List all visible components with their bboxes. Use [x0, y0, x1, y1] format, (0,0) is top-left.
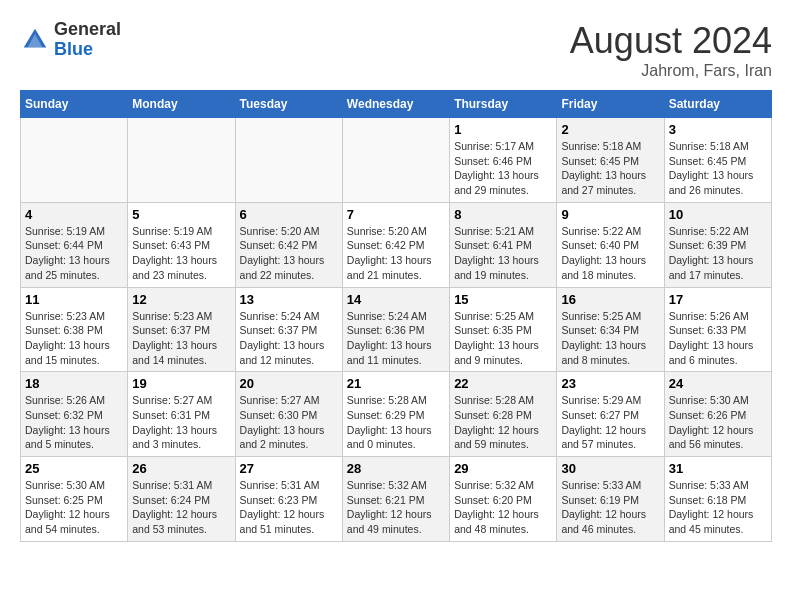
calendar-cell: 17Sunrise: 5:26 AM Sunset: 6:33 PM Dayli…	[664, 287, 771, 372]
calendar-cell: 12Sunrise: 5:23 AM Sunset: 6:37 PM Dayli…	[128, 287, 235, 372]
day-number: 6	[240, 207, 338, 222]
day-info: Sunrise: 5:18 AM Sunset: 6:45 PM Dayligh…	[561, 139, 659, 198]
day-info: Sunrise: 5:27 AM Sunset: 6:31 PM Dayligh…	[132, 393, 230, 452]
logo-blue: Blue	[54, 40, 121, 60]
calendar-week-row: 18Sunrise: 5:26 AM Sunset: 6:32 PM Dayli…	[21, 372, 772, 457]
day-number: 22	[454, 376, 552, 391]
calendar-cell: 22Sunrise: 5:28 AM Sunset: 6:28 PM Dayli…	[450, 372, 557, 457]
day-number: 30	[561, 461, 659, 476]
day-number: 28	[347, 461, 445, 476]
day-number: 11	[25, 292, 123, 307]
day-info: Sunrise: 5:19 AM Sunset: 6:43 PM Dayligh…	[132, 224, 230, 283]
weekday-header: Wednesday	[342, 91, 449, 118]
day-info: Sunrise: 5:28 AM Sunset: 6:29 PM Dayligh…	[347, 393, 445, 452]
day-number: 5	[132, 207, 230, 222]
day-number: 12	[132, 292, 230, 307]
calendar-week-row: 11Sunrise: 5:23 AM Sunset: 6:38 PM Dayli…	[21, 287, 772, 372]
day-number: 4	[25, 207, 123, 222]
calendar-cell	[342, 118, 449, 203]
calendar-cell: 14Sunrise: 5:24 AM Sunset: 6:36 PM Dayli…	[342, 287, 449, 372]
logo: General Blue	[20, 20, 121, 60]
day-number: 3	[669, 122, 767, 137]
month-year: August 2024	[570, 20, 772, 62]
calendar-cell: 18Sunrise: 5:26 AM Sunset: 6:32 PM Dayli…	[21, 372, 128, 457]
day-info: Sunrise: 5:29 AM Sunset: 6:27 PM Dayligh…	[561, 393, 659, 452]
calendar-week-row: 4Sunrise: 5:19 AM Sunset: 6:44 PM Daylig…	[21, 202, 772, 287]
calendar-cell: 8Sunrise: 5:21 AM Sunset: 6:41 PM Daylig…	[450, 202, 557, 287]
calendar-cell: 30Sunrise: 5:33 AM Sunset: 6:19 PM Dayli…	[557, 457, 664, 542]
day-info: Sunrise: 5:21 AM Sunset: 6:41 PM Dayligh…	[454, 224, 552, 283]
page-header: General Blue August 2024 Jahrom, Fars, I…	[20, 20, 772, 80]
calendar-cell: 11Sunrise: 5:23 AM Sunset: 6:38 PM Dayli…	[21, 287, 128, 372]
day-number: 16	[561, 292, 659, 307]
day-info: Sunrise: 5:26 AM Sunset: 6:33 PM Dayligh…	[669, 309, 767, 368]
day-info: Sunrise: 5:30 AM Sunset: 6:25 PM Dayligh…	[25, 478, 123, 537]
calendar-cell: 6Sunrise: 5:20 AM Sunset: 6:42 PM Daylig…	[235, 202, 342, 287]
weekday-header: Tuesday	[235, 91, 342, 118]
day-number: 24	[669, 376, 767, 391]
day-number: 9	[561, 207, 659, 222]
day-info: Sunrise: 5:32 AM Sunset: 6:21 PM Dayligh…	[347, 478, 445, 537]
day-number: 20	[240, 376, 338, 391]
weekday-header: Thursday	[450, 91, 557, 118]
day-info: Sunrise: 5:31 AM Sunset: 6:24 PM Dayligh…	[132, 478, 230, 537]
calendar-cell: 24Sunrise: 5:30 AM Sunset: 6:26 PM Dayli…	[664, 372, 771, 457]
day-info: Sunrise: 5:22 AM Sunset: 6:40 PM Dayligh…	[561, 224, 659, 283]
day-number: 18	[25, 376, 123, 391]
day-info: Sunrise: 5:19 AM Sunset: 6:44 PM Dayligh…	[25, 224, 123, 283]
day-number: 21	[347, 376, 445, 391]
calendar-cell: 7Sunrise: 5:20 AM Sunset: 6:42 PM Daylig…	[342, 202, 449, 287]
calendar-cell: 27Sunrise: 5:31 AM Sunset: 6:23 PM Dayli…	[235, 457, 342, 542]
weekday-header: Friday	[557, 91, 664, 118]
day-info: Sunrise: 5:17 AM Sunset: 6:46 PM Dayligh…	[454, 139, 552, 198]
calendar-cell: 19Sunrise: 5:27 AM Sunset: 6:31 PM Dayli…	[128, 372, 235, 457]
day-number: 10	[669, 207, 767, 222]
day-info: Sunrise: 5:33 AM Sunset: 6:18 PM Dayligh…	[669, 478, 767, 537]
title-area: August 2024 Jahrom, Fars, Iran	[570, 20, 772, 80]
weekday-header-row: SundayMondayTuesdayWednesdayThursdayFrid…	[21, 91, 772, 118]
day-info: Sunrise: 5:25 AM Sunset: 6:34 PM Dayligh…	[561, 309, 659, 368]
location: Jahrom, Fars, Iran	[570, 62, 772, 80]
day-info: Sunrise: 5:20 AM Sunset: 6:42 PM Dayligh…	[347, 224, 445, 283]
day-info: Sunrise: 5:26 AM Sunset: 6:32 PM Dayligh…	[25, 393, 123, 452]
day-number: 1	[454, 122, 552, 137]
day-info: Sunrise: 5:22 AM Sunset: 6:39 PM Dayligh…	[669, 224, 767, 283]
day-info: Sunrise: 5:20 AM Sunset: 6:42 PM Dayligh…	[240, 224, 338, 283]
calendar-cell	[128, 118, 235, 203]
day-info: Sunrise: 5:31 AM Sunset: 6:23 PM Dayligh…	[240, 478, 338, 537]
logo-icon	[20, 25, 50, 55]
calendar-cell: 1Sunrise: 5:17 AM Sunset: 6:46 PM Daylig…	[450, 118, 557, 203]
calendar-cell: 9Sunrise: 5:22 AM Sunset: 6:40 PM Daylig…	[557, 202, 664, 287]
day-info: Sunrise: 5:33 AM Sunset: 6:19 PM Dayligh…	[561, 478, 659, 537]
calendar-cell: 4Sunrise: 5:19 AM Sunset: 6:44 PM Daylig…	[21, 202, 128, 287]
day-info: Sunrise: 5:24 AM Sunset: 6:36 PM Dayligh…	[347, 309, 445, 368]
day-info: Sunrise: 5:18 AM Sunset: 6:45 PM Dayligh…	[669, 139, 767, 198]
calendar-cell	[21, 118, 128, 203]
day-info: Sunrise: 5:30 AM Sunset: 6:26 PM Dayligh…	[669, 393, 767, 452]
calendar-cell	[235, 118, 342, 203]
day-number: 23	[561, 376, 659, 391]
day-info: Sunrise: 5:23 AM Sunset: 6:37 PM Dayligh…	[132, 309, 230, 368]
calendar-cell: 15Sunrise: 5:25 AM Sunset: 6:35 PM Dayli…	[450, 287, 557, 372]
calendar-cell: 20Sunrise: 5:27 AM Sunset: 6:30 PM Dayli…	[235, 372, 342, 457]
calendar-week-row: 25Sunrise: 5:30 AM Sunset: 6:25 PM Dayli…	[21, 457, 772, 542]
calendar-cell: 2Sunrise: 5:18 AM Sunset: 6:45 PM Daylig…	[557, 118, 664, 203]
calendar-cell: 26Sunrise: 5:31 AM Sunset: 6:24 PM Dayli…	[128, 457, 235, 542]
day-number: 27	[240, 461, 338, 476]
logo-text: General Blue	[54, 20, 121, 60]
day-number: 2	[561, 122, 659, 137]
day-number: 26	[132, 461, 230, 476]
day-info: Sunrise: 5:32 AM Sunset: 6:20 PM Dayligh…	[454, 478, 552, 537]
weekday-header: Saturday	[664, 91, 771, 118]
calendar-table: SundayMondayTuesdayWednesdayThursdayFrid…	[20, 90, 772, 542]
day-number: 15	[454, 292, 552, 307]
weekday-header: Sunday	[21, 91, 128, 118]
day-info: Sunrise: 5:27 AM Sunset: 6:30 PM Dayligh…	[240, 393, 338, 452]
day-info: Sunrise: 5:24 AM Sunset: 6:37 PM Dayligh…	[240, 309, 338, 368]
day-info: Sunrise: 5:23 AM Sunset: 6:38 PM Dayligh…	[25, 309, 123, 368]
day-number: 8	[454, 207, 552, 222]
weekday-header: Monday	[128, 91, 235, 118]
calendar-cell: 25Sunrise: 5:30 AM Sunset: 6:25 PM Dayli…	[21, 457, 128, 542]
day-info: Sunrise: 5:25 AM Sunset: 6:35 PM Dayligh…	[454, 309, 552, 368]
day-number: 29	[454, 461, 552, 476]
